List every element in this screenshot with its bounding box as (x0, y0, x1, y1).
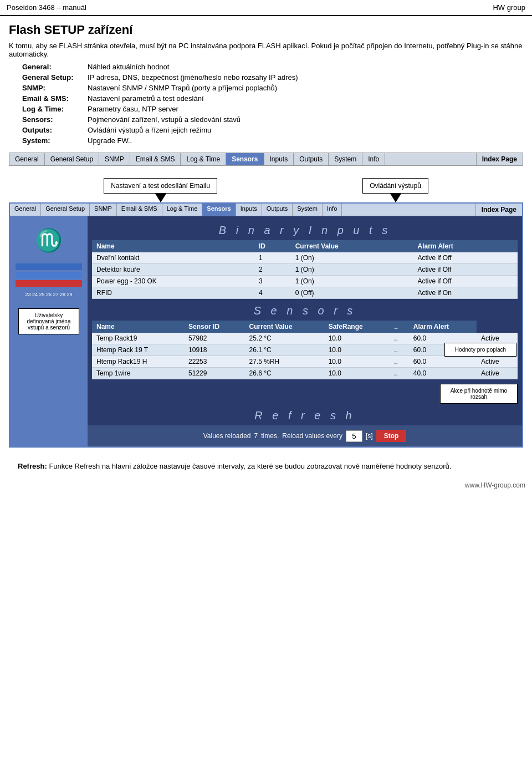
sensor-col-value: Current Value (245, 321, 324, 333)
tab-sensors[interactable]: Sensors (226, 153, 264, 165)
page-title: Flash SETUP zařízení (9, 23, 523, 37)
annot-outputs: Ovládání výstupů (362, 178, 428, 202)
annot-outputs-box: Ovládání výstupů (362, 178, 428, 194)
inner-tab-snmp[interactable]: SNMP (90, 204, 117, 216)
sensor-col-id: Sensor ID (184, 321, 245, 333)
inner-tab-email-sms[interactable]: Email & SMS (117, 204, 162, 216)
col-id: ID (254, 240, 291, 252)
arrow-down-outputs (390, 194, 401, 202)
list-item: Log & Time: Parametry času, NTP server (22, 105, 523, 113)
list-item: System: Upgrade FW.. (22, 136, 523, 145)
list-item: General Setup: IP adresa, DNS, bezpečnos… (22, 73, 523, 82)
trident-logo: ♏ (35, 227, 63, 253)
table-row: Power egg - 230 OK 3 1 (On) Active if Of… (92, 276, 518, 287)
screenshot-wrapper: General General Setup SNMP Email & SMS L… (9, 202, 523, 448)
annot-email: Nastavení a test odesílání Emailu (104, 178, 217, 202)
inner-tab-log-time[interactable]: Log & Time (162, 204, 203, 216)
table-row: RFID 4 0 (Off) Active if On (92, 287, 518, 299)
tab-log-time[interactable]: Log & Time (181, 153, 226, 165)
color-bar-2 (16, 272, 82, 278)
intro-text: K tomu, aby se FLASH stránka otevřela, m… (9, 42, 523, 58)
sensor-alarm-cell: Active (477, 368, 518, 379)
color-bar-1 (16, 263, 82, 270)
callout-alarm-values: Hodnoty pro poplach (444, 343, 516, 357)
col-name: Name (92, 240, 254, 252)
col-value: Current Value (291, 240, 413, 252)
sensors-table-wrap: Name Sensor ID Current Value SafeRange .… (88, 321, 522, 379)
refresh-label: Refresh: (18, 462, 47, 470)
list-item: Email & SMS: Nastavení parametrů a test … (22, 94, 523, 103)
list-item: Sensors: Pojmenování zařízení, vstupů a … (22, 115, 523, 124)
refresh-title: R e f r e s h (88, 404, 522, 425)
header-right: HW group (493, 3, 525, 12)
axis-labels-row: 23 24 25 26 27 28 29 (25, 292, 72, 297)
inner-tab-general[interactable]: General (10, 204, 41, 216)
refresh-interval-input[interactable] (346, 430, 362, 442)
table-row: Detektor kouře 2 1 (On) Active if Off (92, 264, 518, 276)
tab-general[interactable]: General (9, 153, 45, 165)
col-alarm: Alarm Alert (413, 240, 518, 252)
footer: www.HW-group.com (0, 479, 532, 491)
sensors-title: S e n s o r s (88, 299, 522, 321)
annot-email-box: Nastavení a test odesílání Emailu (104, 178, 217, 194)
color-bar-3 (16, 280, 82, 287)
tab-system[interactable]: System (329, 153, 362, 165)
list-item: SNMP: Nastavení SNMP / SNMP Trapů (porty… (22, 84, 523, 92)
annotations-row: Nastavení a test odesílání Emailu Ovládá… (9, 174, 523, 202)
inner-tab-outputs[interactable]: Outputs (262, 204, 293, 216)
sensor-col-name: Name (92, 321, 184, 333)
inner-tab-system[interactable]: System (293, 204, 323, 216)
footer-url: www.HW-group.com (465, 481, 525, 489)
refresh-unit: [s] (366, 432, 373, 440)
inner-tab-info[interactable]: Info (323, 204, 342, 216)
list-item: Outputs: Ovládání výstupů a řízení jejic… (22, 126, 523, 134)
sensor-col-dot: .. (390, 321, 408, 333)
arrow-down-email (155, 194, 166, 202)
tab-inputs[interactable]: Inputs (264, 153, 294, 165)
binary-inputs-table: Name ID Current Value Alarm Alert Dveřní… (92, 240, 518, 299)
inner-tab-inputs[interactable]: Inputs (236, 204, 262, 216)
right-panel: B i n a r y I n p u t s Name ID Current … (88, 216, 522, 446)
table-row: Temp 1wire 51229 26.6 °C 10.0 .. 40.0 Ac… (92, 368, 518, 379)
feature-list: General: Náhled aktuálních hodnot Genera… (9, 63, 523, 145)
stop-button[interactable]: Stop (376, 430, 407, 442)
tab-snmp[interactable]: SNMP (99, 153, 130, 165)
left-panel: ♏ 23 24 25 26 27 28 29 Uživatelsk (10, 216, 88, 446)
callout-out-of-range: Akce při hodnotě mimo rozsah (440, 384, 518, 404)
callout-user-defined: Uživatelsky definovaná jména vstupů a se… (18, 308, 79, 334)
sensor-alarm-cell: Active (477, 356, 518, 368)
inner-tab-index[interactable]: Index Page (475, 204, 522, 216)
binary-inputs-title: B i n a r y I n p u t s (88, 216, 522, 240)
color-bars (16, 263, 82, 288)
page-header: Poseidon 3468 – manuál HW group (0, 0, 532, 16)
table-row: Htemp Rack19 H 22253 27.5 %RH 10.0 .. 60… (92, 356, 518, 368)
reload-label: Reload values every (282, 432, 342, 440)
tab-info[interactable]: Info (362, 153, 385, 165)
binary-inputs-table-wrap: Name ID Current Value Alarm Alert Dveřní… (88, 240, 522, 299)
header-left: Poseidon 3468 – manuál (7, 3, 86, 12)
tab-general-setup[interactable]: General Setup (45, 153, 99, 165)
nav-tabs-primary: General General Setup SNMP Email & SMS L… (9, 153, 523, 166)
inner-content: ♏ 23 24 25 26 27 28 29 Uživatelsk (10, 216, 522, 446)
refresh-bar: Values reloaded 7 times. Reload values e… (88, 425, 522, 446)
bottom-desc: Funkce Refresh na hlavní záložce nastavu… (49, 462, 451, 470)
tab-outputs[interactable]: Outputs (294, 153, 329, 165)
times-label: times. (261, 432, 279, 440)
list-item: General: Náhled aktuálních hodnot (22, 63, 523, 71)
inner-tab-general-setup[interactable]: General Setup (41, 204, 90, 216)
sensor-col-saferange: SafeRange (324, 321, 390, 333)
table-row: Dveřní kontakt 1 1 (On) Active if Off (92, 252, 518, 264)
values-reloaded-label: Values reloaded (203, 432, 251, 440)
inner-nav-tabs: General General Setup SNMP Email & SMS L… (10, 204, 522, 216)
inner-tab-sensors[interactable]: Sensors (202, 204, 236, 216)
tab-email-sms[interactable]: Email & SMS (130, 153, 181, 165)
times-count: 7 (254, 432, 258, 440)
sensor-col-alarm: Alarm Alert (409, 321, 477, 333)
callout-user-defined-wrapper: Uživatelsky definovaná jména vstupů a se… (16, 308, 82, 334)
bottom-text: Refresh: Funkce Refresh na hlavní záložc… (9, 456, 523, 473)
tab-index-page[interactable]: Index Page (476, 153, 523, 165)
